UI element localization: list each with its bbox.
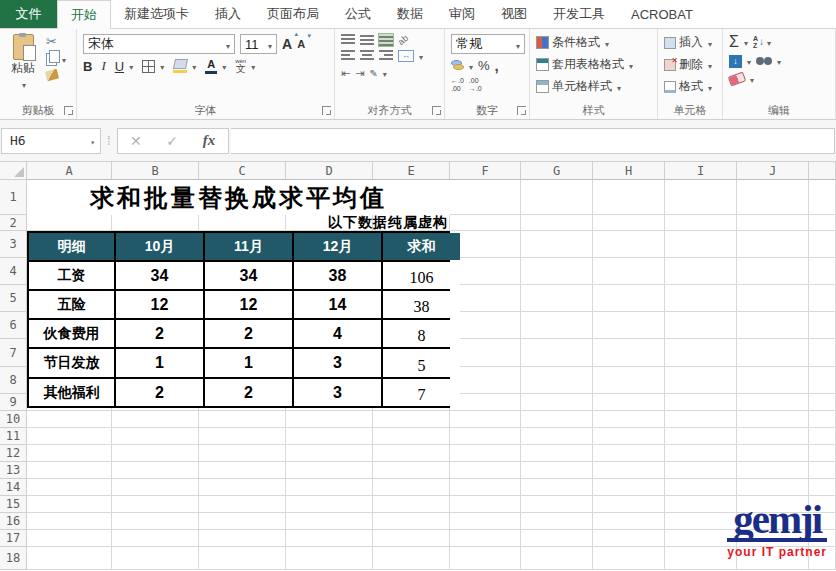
comma-format-button[interactable]: , xyxy=(495,62,499,70)
text-direction-button[interactable]: ✎ xyxy=(369,66,386,80)
grid-cell[interactable] xyxy=(112,462,199,479)
tab-file[interactable]: 文件 xyxy=(0,0,57,28)
grid-cell[interactable] xyxy=(737,394,809,411)
table-cell[interactable]: 伙食费用 xyxy=(29,320,114,347)
grid-cell[interactable] xyxy=(521,428,593,445)
grid-cell[interactable] xyxy=(521,394,593,411)
insert-function-icon[interactable]: fx xyxy=(203,132,216,149)
row-header-11[interactable]: 11 xyxy=(0,428,27,445)
grid-cell[interactable] xyxy=(521,496,593,513)
grid-cell[interactable] xyxy=(27,462,112,479)
grid-cell[interactable] xyxy=(809,180,836,215)
increase-font-button[interactable]: A xyxy=(282,36,292,52)
row-header-14[interactable]: 14 xyxy=(0,479,27,496)
font-name-select[interactable]: 宋体 xyxy=(83,34,235,54)
format-painter-icon[interactable] xyxy=(45,69,59,82)
grid-cell[interactable] xyxy=(665,411,737,428)
column-header-J[interactable]: J xyxy=(737,162,809,180)
grid-cell[interactable] xyxy=(450,479,521,496)
grid-cell[interactable] xyxy=(593,339,665,367)
column-header-F[interactable]: F xyxy=(450,162,521,180)
grid-cell[interactable] xyxy=(373,479,450,496)
table-cell[interactable]: 12 xyxy=(116,291,203,318)
grid-cell[interactable] xyxy=(521,180,593,215)
grid-cell[interactable] xyxy=(737,428,809,445)
grid-cell[interactable] xyxy=(737,339,809,367)
grid-cell[interactable] xyxy=(450,428,521,445)
fill-button[interactable]: ↓ xyxy=(729,54,751,68)
grid-cell[interactable] xyxy=(112,428,199,445)
tab-开发工具[interactable]: 开发工具 xyxy=(540,0,618,28)
grid-cell[interactable] xyxy=(450,462,521,479)
grid-cell[interactable] xyxy=(521,285,593,312)
row-header-4[interactable]: 4 xyxy=(0,258,27,285)
grid-cell[interactable] xyxy=(593,215,665,231)
table-cell[interactable]: 3 xyxy=(294,379,381,406)
decrease-decimal-button[interactable]: .00 →.0 xyxy=(469,77,482,93)
grid-cell[interactable] xyxy=(737,445,809,462)
grid-cell[interactable] xyxy=(373,462,450,479)
grid-cell[interactable] xyxy=(450,258,521,285)
grid-cell[interactable] xyxy=(665,530,737,547)
row-header-3[interactable]: 3 xyxy=(0,231,27,258)
grid-cell[interactable] xyxy=(521,215,593,231)
clear-button[interactable] xyxy=(729,72,754,86)
grid-cell[interactable] xyxy=(199,479,286,496)
grid-cell[interactable] xyxy=(450,215,521,231)
column-header-H[interactable]: H xyxy=(593,162,665,180)
grid-cell[interactable] xyxy=(521,462,593,479)
grid-cell[interactable] xyxy=(737,462,809,479)
tab-ACROBAT[interactable]: ACROBAT xyxy=(618,0,706,28)
grid-cell[interactable] xyxy=(199,513,286,530)
table-cell[interactable]: 2 xyxy=(205,379,292,406)
table-cell[interactable]: 38 xyxy=(383,291,460,318)
column-header-E[interactable]: E xyxy=(373,162,450,180)
grid-cell[interactable] xyxy=(112,513,199,530)
grid-cell[interactable] xyxy=(665,367,737,394)
grid-cell[interactable] xyxy=(450,547,521,570)
row-header-6[interactable]: 6 xyxy=(0,312,27,339)
align-top-icon[interactable] xyxy=(341,34,355,46)
grid-cell[interactable] xyxy=(373,513,450,530)
grid-cell[interactable] xyxy=(27,445,112,462)
table-cell[interactable]: 106 xyxy=(383,262,460,289)
grid-cell[interactable] xyxy=(521,411,593,428)
grid-cell[interactable] xyxy=(450,367,521,394)
alignment-dialog-launcher[interactable] xyxy=(432,106,441,115)
borders-button[interactable] xyxy=(142,59,164,73)
orientation-icon[interactable]: ab xyxy=(396,33,410,47)
merge-center-button[interactable]: ↔ xyxy=(398,49,423,63)
decrease-font-button[interactable]: A xyxy=(297,38,305,50)
table-cell[interactable]: 14 xyxy=(294,291,381,318)
sheet-title-cell[interactable]: 求和批量替换成求平均值 xyxy=(27,180,450,215)
grid-cell[interactable] xyxy=(593,445,665,462)
grid-cell[interactable] xyxy=(809,428,836,445)
grid-cell[interactable] xyxy=(665,513,737,530)
grid-cell[interactable] xyxy=(286,445,373,462)
format-cells-button[interactable]: 格式 xyxy=(664,78,712,95)
table-cell[interactable]: 4 xyxy=(294,320,381,347)
table-cell[interactable]: 3 xyxy=(294,349,381,377)
grid-cell[interactable] xyxy=(665,312,737,339)
grid-cell[interactable] xyxy=(665,231,737,258)
cell-styles-button[interactable]: 单元格样式 xyxy=(536,78,621,95)
increase-decimal-button[interactable]: ←.0 .00 xyxy=(451,77,464,93)
grid-cell[interactable] xyxy=(593,479,665,496)
font-color-button[interactable]: A xyxy=(205,59,226,74)
number-format-select[interactable]: 常规 xyxy=(451,34,525,54)
bold-button[interactable]: B xyxy=(83,59,92,74)
row-header-2[interactable]: 2 xyxy=(0,215,27,231)
format-as-table-button[interactable]: 套用表格格式 xyxy=(536,56,633,73)
grid-cell[interactable] xyxy=(27,411,112,428)
grid-cell[interactable] xyxy=(809,367,836,394)
grid-cell[interactable] xyxy=(112,496,199,513)
grid-cell[interactable] xyxy=(593,394,665,411)
grid-cell[interactable] xyxy=(199,496,286,513)
table-cell[interactable]: 12 xyxy=(205,291,292,318)
grid-cell[interactable] xyxy=(521,367,593,394)
grid-cell[interactable] xyxy=(809,339,836,367)
grid-cell[interactable] xyxy=(593,411,665,428)
grid-cell[interactable] xyxy=(450,339,521,367)
grid-cell[interactable] xyxy=(809,285,836,312)
phonetic-button[interactable]: wén文 xyxy=(235,58,255,74)
